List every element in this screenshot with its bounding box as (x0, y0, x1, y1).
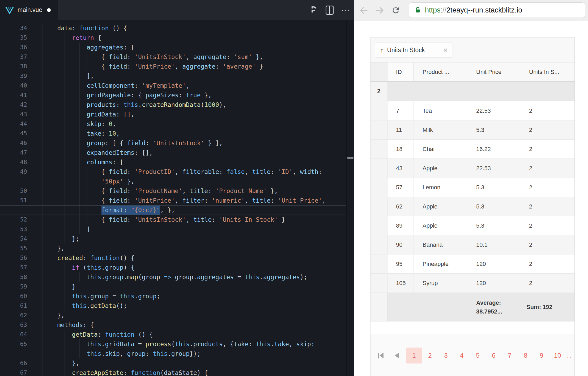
code-line[interactable]: 48columns: [ (0, 157, 347, 167)
table-row[interactable]: 57Lemon5.32 (370, 178, 574, 197)
code-area[interactable]: 34data: function () {35return {36aggrega… (0, 20, 347, 376)
code-line[interactable]: 44skip: 0, (0, 119, 347, 129)
code-line[interactable]: 51{ field: 'UnitPrice', filter: 'numeric… (0, 196, 347, 205)
code-line[interactable]: 46group: [ { field: 'UnitsInStock' } ], (0, 138, 347, 148)
code-line[interactable]: 52{ field: 'UnitsInStock', title: 'Units… (0, 215, 347, 224)
code-line[interactable]: 38{ field: 'UnitPrice', aggregate: 'aver… (0, 62, 347, 71)
table-row[interactable]: 43Apple22.532 (370, 159, 574, 178)
split-editor-button[interactable] (325, 5, 334, 16)
editor-tabstrip: main.vue P ⋯ (0, 0, 354, 20)
code-line[interactable]: 62}, (0, 311, 347, 320)
group-cell (414, 82, 467, 101)
code-line[interactable]: '50px' }, (0, 177, 347, 186)
table-row[interactable]: 89Apple5.32 (370, 216, 574, 235)
reload-button[interactable] (390, 4, 402, 16)
line-number: 65 (0, 339, 27, 349)
pager-prev-button[interactable] (395, 353, 401, 358)
code-line[interactable]: 47expandedItems: [], (0, 148, 347, 157)
table-row[interactable]: 95Pineapple1202 (370, 254, 574, 274)
cell: 7 (387, 101, 414, 120)
code-line[interactable]: this.skip, group: this.group}); (0, 349, 347, 358)
group-chip-units-in-stock[interactable]: ↑ Units In Stock ✕ (375, 43, 453, 58)
line-number: 35 (0, 33, 27, 43)
tab-main-vue[interactable]: main.vue (0, 0, 58, 20)
group-header-row[interactable]: 2 (370, 82, 574, 101)
pager-page-9[interactable]: 9 (534, 348, 549, 364)
table-row[interactable]: 18Chai16.222 (370, 140, 574, 159)
more-options-button[interactable]: ⋯ (341, 5, 350, 16)
code-line[interactable]: 36aggregates: [ (0, 43, 347, 52)
data-grid: ↑ Units In Stock ✕ IDProduct ...Unit Pri… (370, 37, 575, 376)
pager-page-4[interactable]: 4 (454, 348, 470, 364)
pager-first-button[interactable] (378, 353, 384, 358)
pager-page-8[interactable]: 8 (518, 348, 534, 364)
group-panel: ↑ Units In Stock ✕ (370, 38, 574, 62)
forward-button[interactable] (374, 4, 386, 16)
editor-scrollbar[interactable] (346, 20, 354, 376)
prettier-button[interactable]: P (309, 5, 318, 16)
table-row[interactable]: 90Banana10.12 (370, 235, 574, 254)
pager-page-3[interactable]: 3 (438, 348, 454, 364)
pager-page-1[interactable]: 1 (406, 348, 422, 364)
code-line[interactable]: 53] (0, 224, 347, 234)
group-cell (467, 82, 520, 101)
pager-page-10[interactable]: 10 (549, 348, 565, 364)
cell: 5.3 (467, 216, 520, 235)
table-row[interactable]: 7Tea22.532 (370, 101, 574, 120)
url-bar[interactable]: https://2teayq--run.stackblitz.io (409, 2, 585, 18)
code-line[interactable]: 41gridPageable: { pageSizes: true }, (0, 90, 347, 100)
cell: 90 (387, 235, 414, 254)
code-line[interactable]: 64getData: function () { (0, 330, 347, 339)
pager-page-2[interactable]: 2 (422, 348, 438, 364)
code-line[interactable]: 65this.gridData = process(this.products,… (0, 339, 347, 349)
code-line[interactable]: 37{ field: 'UnitsInStock', aggregate: 's… (0, 52, 347, 62)
column-header[interactable]: ID (387, 62, 414, 81)
code-line[interactable]: 61this.getData(); (0, 301, 347, 311)
hierarchy-cell (370, 235, 387, 254)
pager-more-indicator[interactable]: .. (567, 352, 572, 359)
hierarchy-cell (370, 178, 387, 197)
code-line[interactable]: 42products: this.createRandomData(1000), (0, 100, 347, 110)
pager-page-5[interactable]: 5 (470, 348, 486, 364)
line-number: 56 (0, 253, 27, 263)
pager-page-7[interactable]: 7 (502, 348, 518, 364)
code-line[interactable]: 56created: function() { (0, 253, 347, 263)
code-line[interactable]: 63methods: { (0, 320, 347, 330)
code-line[interactable]: format: "{0:c2}", }, (0, 205, 347, 215)
pager-page-6[interactable]: 6 (486, 348, 502, 364)
cell: 16.22 (467, 140, 520, 159)
column-header[interactable]: Unit Price (467, 62, 520, 81)
table-row[interactable]: 62Apple5.32 (370, 197, 574, 216)
code-line[interactable]: 57if (this.group) { (0, 263, 347, 272)
code-line[interactable]: 45take: 10, (0, 129, 347, 138)
code-line[interactable]: 35return { (0, 33, 347, 43)
code-line[interactable]: 39], (0, 71, 347, 81)
code-line[interactable]: 59} (0, 282, 347, 291)
code-line[interactable]: 34data: function () { (0, 23, 347, 33)
code-line[interactable]: 66}, (0, 358, 347, 368)
cell: 22.53 (467, 159, 520, 178)
code-line[interactable]: 55}, (0, 244, 347, 253)
code-line[interactable]: 54}; (0, 234, 347, 244)
chip-close-icon[interactable]: ✕ (443, 47, 448, 53)
code-line[interactable]: 60this.group = this.group; (0, 291, 347, 301)
code-line[interactable]: 67createAppState: function(dataState) { (0, 368, 347, 376)
code-line[interactable]: 58this.group.map(group => group.aggregat… (0, 272, 347, 282)
group-chip-label: Units In Stock (387, 47, 441, 54)
back-button[interactable] (358, 4, 370, 16)
column-header[interactable]: Units In S... (520, 62, 574, 81)
grid-body: 7Tea22.53211Milk5.3218Chai16.22243Apple2… (370, 101, 574, 293)
cell: 2 (520, 235, 574, 254)
code-line[interactable]: 43gridData: [], (0, 110, 347, 119)
column-header[interactable]: Product ... (414, 62, 467, 81)
line-number: 63 (0, 320, 27, 330)
code-line[interactable]: 49{ field: 'ProductID', filterable: fals… (0, 167, 347, 177)
table-row[interactable]: 11Milk5.32 (370, 120, 574, 140)
back-arrow-icon (359, 6, 369, 15)
table-row[interactable]: 105Syrup1202 (370, 274, 574, 293)
cell: 57 (387, 178, 414, 197)
code-line[interactable]: 50{ field: 'ProductName', title: 'Produc… (0, 186, 347, 196)
scrollbar-thumb[interactable] (347, 157, 353, 159)
code-line[interactable]: 40cellComponent: 'myTemplate', (0, 81, 347, 90)
preview-page: ↑ Units In Stock ✕ IDProduct ...Unit Pri… (354, 21, 588, 376)
